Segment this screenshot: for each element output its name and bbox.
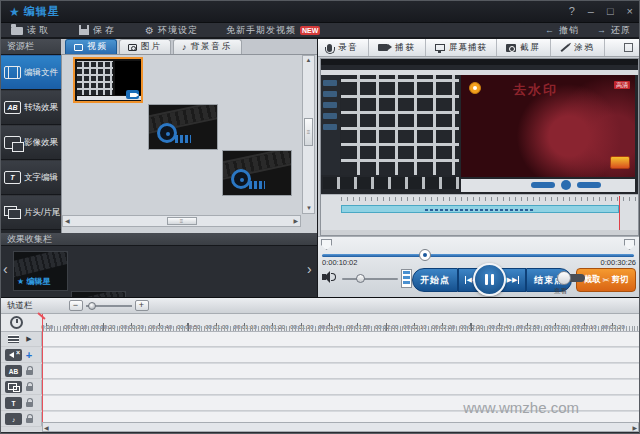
timeline-header: 轨道栏 − + <box>1 298 640 314</box>
view-toggle[interactable] <box>557 271 571 285</box>
audio-track-icon <box>5 349 22 361</box>
trim-end-handle[interactable] <box>624 239 635 250</box>
help-icon[interactable]: ? <box>569 6 575 17</box>
cut-button[interactable]: 剪切 <box>612 274 629 286</box>
seek-bar[interactable] <box>322 254 634 257</box>
tab-video[interactable]: 视频 <box>65 39 117 54</box>
undo-icon: ← <box>545 25 555 35</box>
sidebar-item-text-edit[interactable]: T文字编辑 <box>1 160 61 195</box>
track-row-audio[interactable]: + <box>1 348 640 363</box>
resource-header: 资源栏 <box>1 39 61 55</box>
effects-prev-icon[interactable]: ‹ <box>3 262 8 276</box>
volume-knob[interactable] <box>356 274 365 283</box>
track-play-icon[interactable]: ▶ <box>22 335 36 343</box>
timeline: 轨道栏 − + 0:0000:00:1000:00:2000:00:3000:0… <box>1 297 640 434</box>
scroll-left-icon[interactable]: ◀ <box>65 217 70 225</box>
save-button[interactable]: 保存 <box>79 24 117 37</box>
video-thumbnail[interactable] <box>222 150 292 196</box>
thumbnail-preview <box>77 61 113 95</box>
volume-slider[interactable] <box>342 278 398 280</box>
vscroll-thumb[interactable]: ≡ <box>304 118 313 146</box>
hd-badge: 高清 <box>614 81 630 89</box>
settings-button[interactable]: ⚙环境设定 <box>145 24 198 37</box>
maximize-icon[interactable]: □ <box>607 6 614 17</box>
timeline-scroll-left-icon[interactable]: ◀ <box>44 424 49 431</box>
zoom-out-button[interactable]: − <box>69 300 83 311</box>
effects-next-icon[interactable]: › <box>307 262 312 276</box>
grid-vscrollbar[interactable]: ▲ ≡ ▼ <box>302 55 315 214</box>
doodle-button[interactable]: 涂鸦 <box>551 39 605 56</box>
detach-window-icon[interactable] <box>624 43 633 52</box>
app-title: 编辑星 <box>24 4 60 19</box>
gear-icon: ⚙ <box>145 25 154 36</box>
mic-icon <box>327 44 332 52</box>
video-overlay-text: 去水印 <box>513 81 558 99</box>
window-controls: ? – □ × <box>569 6 633 17</box>
capture-button[interactable]: 捕获 <box>369 39 426 56</box>
scroll-right-icon[interactable]: ▶ <box>293 217 298 225</box>
cut-button-group[interactable]: 截取 ✂ 剪切 <box>576 268 636 292</box>
sidebar-item-edit-files[interactable]: 编辑文件 <box>1 55 61 90</box>
promo-button[interactable]: 免新手期发视频NEW <box>226 24 320 37</box>
screenshot-camera-icon <box>506 44 516 52</box>
overlay-track-icon <box>5 381 22 393</box>
text-track-icon: T <box>5 397 22 409</box>
redo-button[interactable]: →还原 <box>597 24 631 37</box>
trim-start-handle[interactable] <box>321 239 332 250</box>
media-grid: ▲ ≡ ▼ ◀ ≡ ▶ <box>61 55 317 233</box>
scroll-down-icon[interactable]: ▼ <box>306 204 312 212</box>
preview-nested-video: 去水印 高清 <box>461 75 635 177</box>
screen-capture-button[interactable]: 屏幕捕获 <box>426 39 497 56</box>
lock-icon[interactable] <box>26 402 33 407</box>
timeline-zoom-slider[interactable] <box>86 305 132 307</box>
capture-preview-panel: 录音 捕获 屏幕捕获 截屏 涂鸦 去水印 高清 <box>317 39 640 297</box>
scroll-up-icon[interactable]: ▲ <box>303 56 314 64</box>
track-row-transition[interactable]: AB <box>1 364 640 379</box>
broadcaster-logo-icon <box>469 82 481 94</box>
video-thumbnail[interactable] <box>148 104 218 150</box>
time-ruler: 0:0000:00:1000:00:2000:00:3000:00:4000:0… <box>1 314 640 332</box>
screenshot-button[interactable]: 截屏 <box>497 39 551 56</box>
undo-button[interactable]: ←撤销 <box>545 24 579 37</box>
close-icon[interactable]: × <box>627 6 633 17</box>
track-row-video[interactable]: ▶ <box>1 332 640 347</box>
seek-knob[interactable] <box>419 249 431 261</box>
music-track-icon: ♪ <box>5 413 22 425</box>
speaker-icon[interactable] <box>322 271 336 283</box>
open-button[interactable]: 读取 <box>11 24 51 37</box>
record-audio-button[interactable]: 录音 <box>318 39 369 56</box>
time-total: 0:00:30:26 <box>601 258 636 267</box>
video-thumbnail-selected[interactable] <box>73 57 143 103</box>
tab-image[interactable]: 图片 <box>119 39 171 54</box>
timeline-scroll-right-icon[interactable]: ▶ <box>632 424 637 431</box>
next-icon: ▶▶ <box>507 276 520 284</box>
minimize-icon[interactable]: – <box>588 6 594 17</box>
clip-film-icon <box>402 270 411 287</box>
video-preview: 去水印 高清 <box>320 58 639 236</box>
timeline-hscrollbar[interactable]: ◀ ▶ <box>42 422 639 432</box>
start-point-button[interactable]: 开始点 <box>412 268 458 292</box>
sidebar-item-intro-outro[interactable]: 片头/片尾 <box>1 195 61 230</box>
sidebar-item-transitions[interactable]: AB转场效果 <box>1 90 61 125</box>
intro-outro-icon <box>4 206 21 219</box>
monitor-icon <box>74 44 83 51</box>
camera-icon <box>128 44 137 51</box>
sidebar-item-video-effects[interactable]: 影像效果 <box>1 125 61 160</box>
track-add-icon[interactable]: + <box>26 349 32 361</box>
track-row-overlay[interactable] <box>1 380 640 395</box>
tab-bgm[interactable]: ♪背景音乐 <box>173 39 242 54</box>
lock-icon[interactable] <box>26 386 33 391</box>
effects-collection-bar: ‹ ★ 编辑星 ★ 编辑星 ★ 编辑星 ★ 编辑星 ★ 编辑星 › <box>1 246 317 297</box>
effect-thumbnail[interactable]: ★ 编辑星 <box>13 251 68 291</box>
lock-icon[interactable] <box>26 418 33 423</box>
zoom-knob[interactable] <box>88 302 96 310</box>
hscroll-thumb[interactable]: ≡ <box>167 217 197 225</box>
zoom-in-button[interactable]: + <box>135 300 149 311</box>
redo-icon: → <box>597 25 607 35</box>
pause-button[interactable] <box>473 263 506 296</box>
extract-button[interactable]: 截取 <box>583 274 600 286</box>
timeline-title: 轨道栏 <box>7 300 33 312</box>
grid-hscrollbar[interactable]: ◀ ≡ ▶ <box>62 215 301 227</box>
lock-icon[interactable] <box>26 370 33 375</box>
playhead[interactable] <box>42 314 43 422</box>
